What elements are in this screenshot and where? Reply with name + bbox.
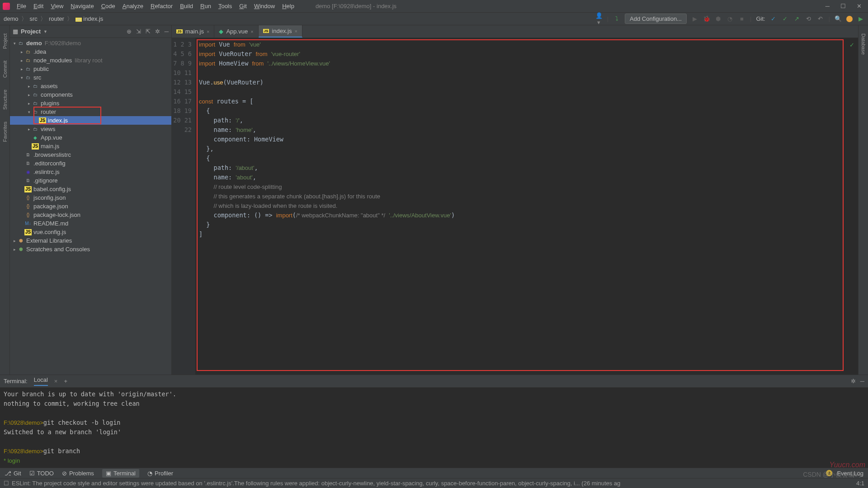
menu-refactor[interactable]: Refactor (147, 1, 176, 11)
menu-navigate[interactable]: Navigate (67, 1, 97, 11)
editor-tab-index.js[interactable]: JSindex.js× (259, 25, 302, 38)
tree-item-package.json[interactable]: {}package.json (10, 202, 171, 211)
gutter-tab-commit[interactable]: Commit (2, 61, 8, 78)
bottom-tab-git[interactable]: ⎇Git (5, 470, 21, 477)
status-message: ESLint: The project code style and edito… (12, 480, 620, 487)
tree-item-node_modules[interactable]: ▸🗀node_moduleslibrary root (10, 56, 171, 65)
tab-close-icon[interactable]: × (207, 29, 209, 34)
gutter-tab-structure[interactable]: Structure (2, 89, 8, 110)
tree-item-.gitignore[interactable]: 🗎.gitignore (10, 176, 171, 185)
tree-root[interactable]: ▾🗀demo F:\0928\demo (10, 39, 171, 47)
git-history-icon[interactable]: ⟲ (805, 15, 812, 22)
gutter-tab-database[interactable]: Database (861, 33, 866, 55)
editor-tab-App.vue[interactable]: ◆App.vue× (214, 25, 258, 38)
event-log-button[interactable]: Event Log (837, 470, 863, 477)
menu-tools[interactable]: Tools (215, 1, 235, 11)
caret-position: 4:1 (856, 480, 864, 487)
tree-item-components[interactable]: ▸🗀components (10, 90, 171, 99)
minimize-icon[interactable]: ─ (826, 3, 830, 9)
tree-item-.browserslistrc[interactable]: 🗎.browserslistrc (10, 150, 171, 159)
tree-item-assets[interactable]: ▸🗀assets (10, 82, 171, 90)
tree-item-router[interactable]: ▾🗀router (10, 108, 171, 116)
menu-run[interactable]: Run (197, 1, 214, 11)
terminal-settings-icon[interactable]: ✲ (851, 378, 856, 385)
tree-item-src[interactable]: ▾🗀src (10, 73, 171, 82)
tree-item-main.js[interactable]: JSmain.js (10, 142, 171, 150)
menu-edit[interactable]: Edit (30, 1, 47, 11)
coverage-icon[interactable]: ⬢ (715, 15, 722, 22)
menu-analyze[interactable]: Analyze (119, 1, 146, 11)
project-tree[interactable]: ▾🗀demo F:\0928\demo ▸🗀.idea ▸🗀node_modul… (10, 38, 171, 375)
bottom-tab-terminal[interactable]: ▣Terminal (102, 469, 139, 478)
menu-file[interactable]: File (14, 1, 29, 11)
code-area[interactable]: ✓ 1 2 3 4 5 6 7 8 9 10 11 12 13 14 15 16… (172, 38, 858, 375)
gutter-tab-project[interactable]: Project (2, 33, 8, 49)
profile-icon[interactable]: ◔ (726, 15, 734, 22)
breadcrumb-item[interactable]: JS index.js (75, 15, 104, 22)
tree-item-.idea[interactable]: ▸🗀.idea (10, 47, 171, 56)
settings-icon[interactable]: ✲ (155, 28, 160, 35)
terminal-hide-icon[interactable]: ─ (860, 378, 864, 385)
terminal-tab-local[interactable]: Local (34, 376, 48, 386)
git-push-icon[interactable]: ↗ (793, 15, 801, 22)
tree-item-babel.config.js[interactable]: JSbabel.config.js (10, 185, 171, 193)
breadcrumb-item[interactable]: src (30, 15, 38, 22)
maximize-icon[interactable]: ☐ (840, 3, 846, 9)
menu-help[interactable]: Help (279, 1, 297, 11)
close-icon[interactable]: ✕ (857, 3, 862, 9)
tree-item-plugins[interactable]: ▸🗀plugins (10, 99, 171, 108)
tree-item-package-lock.json[interactable]: {}package-lock.json (10, 211, 171, 219)
menu-view[interactable]: View (47, 1, 66, 11)
tree-item-public[interactable]: ▸🗀public (10, 65, 171, 73)
locate-icon[interactable]: ⊕ (127, 28, 132, 35)
tree-scratches[interactable]: ▸⬢Scratches and Consoles (10, 245, 171, 253)
hide-icon[interactable]: ─ (165, 28, 169, 35)
menu-build[interactable]: Build (177, 1, 196, 11)
menu-window[interactable]: Window (251, 1, 278, 11)
window-controls: ─ ☐ ✕ (826, 3, 868, 9)
tree-item-.eslintrc.js[interactable]: ◉.eslintrc.js (10, 168, 171, 176)
gutter-tab-favorites[interactable]: Favorites (2, 122, 8, 142)
menu-code[interactable]: Code (98, 1, 118, 11)
breadcrumb-item[interactable]: router (49, 15, 64, 22)
breadcrumb-item[interactable]: demo (4, 15, 19, 22)
tree-item-README.md[interactable]: M↓README.md (10, 219, 171, 228)
run-config-button[interactable]: Add Configuration... (625, 14, 687, 24)
terminal-output[interactable]: Your branch is up to date with 'origin/m… (0, 388, 868, 468)
menu-git[interactable]: Git (236, 1, 250, 11)
tree-item-index.js[interactable]: JSindex.js (10, 116, 171, 125)
tree-item-jsconfig.json[interactable]: {}jsconfig.json (10, 193, 171, 202)
git-rollback-icon[interactable]: ↶ (817, 15, 824, 22)
tree-item-vue.config.js[interactable]: JSvue.config.js (10, 228, 171, 236)
dropdown-icon[interactable]: ▼ (43, 29, 47, 34)
terminal-add-icon[interactable]: + (64, 378, 67, 385)
right-gutter: Database (858, 25, 868, 375)
bottom-tab-profiler[interactable]: ◔Profiler (147, 470, 173, 477)
tree-external-libraries[interactable]: ▸⬢External Libraries (10, 236, 171, 245)
expand-icon[interactable]: ⇲ (136, 28, 141, 35)
editor-tabs: JSmain.js× ◆App.vue× JSindex.js× (172, 25, 858, 38)
user-icon[interactable]: 👤▾ (595, 12, 603, 26)
terminal-tab-close-icon[interactable]: × (54, 378, 58, 385)
tab-close-icon[interactable]: × (294, 28, 297, 34)
inspection-ok-icon[interactable]: ✓ (849, 42, 854, 48)
run-anywhere-icon[interactable]: ▶ (857, 15, 864, 22)
editor-tab-main.js[interactable]: JSmain.js× (172, 25, 214, 38)
tree-item-App.vue[interactable]: ◆App.vue (10, 133, 171, 142)
tab-close-icon[interactable]: × (250, 29, 253, 34)
status-icon[interactable]: ☐ (4, 480, 9, 487)
collapse-icon[interactable]: ⇱ (146, 28, 151, 35)
stop-icon[interactable]: ■ (738, 15, 745, 22)
git-commit-icon[interactable]: ✓ (782, 15, 789, 22)
bottom-tab-todo[interactable]: ☑TODO (29, 470, 54, 477)
git-update-icon[interactable]: ✓ (770, 15, 777, 22)
tree-item-.editorconfig[interactable]: 🗎.editorconfig (10, 159, 171, 168)
tree-item-views[interactable]: ▸🗀views (10, 125, 171, 133)
ide-avatar-icon[interactable] (846, 16, 853, 22)
bottom-tab-problems[interactable]: ⊘Problems (62, 470, 94, 477)
debug-icon[interactable]: 🐞 (703, 15, 710, 22)
build-icon[interactable]: ⤵ (613, 15, 620, 22)
code-content[interactable]: import Vue from 'vue' import VueRouter f… (195, 38, 858, 375)
run-icon[interactable]: ▶ (691, 15, 698, 22)
search-icon[interactable]: 🔍 (835, 15, 842, 22)
